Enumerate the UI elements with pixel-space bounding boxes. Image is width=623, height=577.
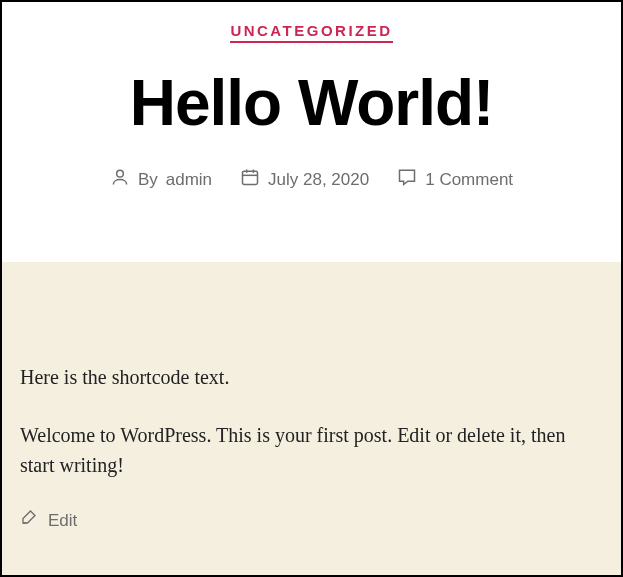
edit-link[interactable]: Edit xyxy=(20,508,603,534)
author-link[interactable]: admin xyxy=(166,170,212,190)
user-icon xyxy=(110,167,130,192)
comments-link[interactable]: 1 Comment xyxy=(425,170,513,190)
edit-label: Edit xyxy=(48,508,77,534)
comment-icon xyxy=(397,167,417,192)
edit-icon xyxy=(20,508,38,534)
comments-meta: 1 Comment xyxy=(397,167,513,192)
post-content: Here is the shortcode text. Welcome to W… xyxy=(2,262,621,575)
post-header: UNCATEGORIZED Hello World! By admin July… xyxy=(2,2,621,262)
svg-point-0 xyxy=(117,170,124,177)
author-meta: By admin xyxy=(110,167,212,192)
shortcode-text: Here is the shortcode text. xyxy=(20,362,603,392)
category-link[interactable]: UNCATEGORIZED xyxy=(230,22,392,43)
post-title: Hello World! xyxy=(22,71,601,135)
post-meta: By admin July 28, 2020 1 Comment xyxy=(22,167,601,192)
calendar-icon xyxy=(240,167,260,192)
date-meta: July 28, 2020 xyxy=(240,167,369,192)
by-label: By xyxy=(138,170,158,190)
body-text: Welcome to WordPress. This is your first… xyxy=(20,420,603,480)
post-date: July 28, 2020 xyxy=(268,170,369,190)
svg-rect-1 xyxy=(243,171,258,184)
